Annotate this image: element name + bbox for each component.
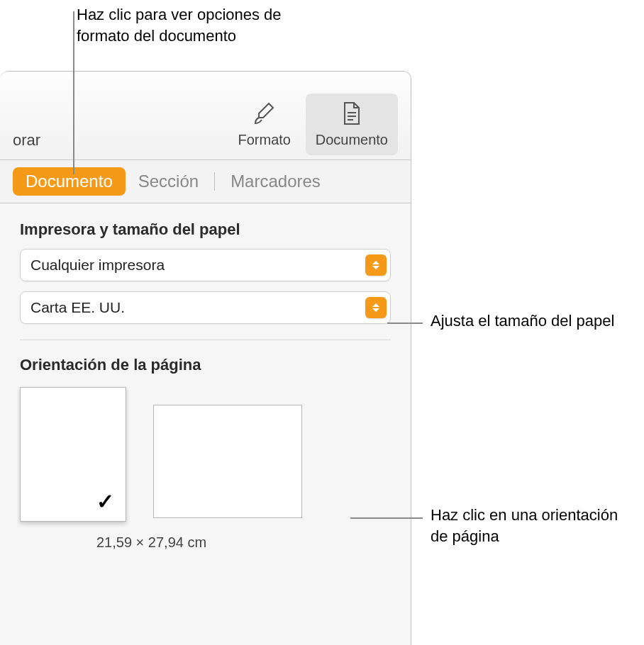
callout-line (73, 11, 74, 174)
callout-text: Haz clic para ver opciones de formato de… (77, 6, 282, 45)
callout-text: Ajusta el tamaño del papel (431, 312, 614, 330)
tab-document[interactable]: Documento (13, 167, 126, 196)
printer-value: Cualquier impresora (30, 257, 165, 274)
toolbar-left-fragment: orar (13, 89, 40, 150)
tab-markers[interactable]: Marcadores (218, 167, 333, 196)
page-dimensions: 21,59 × 27,94 cm (96, 534, 391, 551)
tab-section[interactable]: Sección (126, 167, 211, 196)
document-icon (338, 99, 366, 128)
callout-document-options: Haz clic para ver opciones de formato de… (77, 4, 311, 46)
callout-line (387, 322, 423, 324)
paper-value: Carta EE. UU. (30, 299, 125, 316)
document-label: Documento (316, 132, 388, 148)
callout-line (350, 517, 423, 519)
divider (20, 340, 391, 340)
brush-icon (250, 99, 279, 128)
format-button[interactable]: Formato (223, 94, 306, 155)
tab-divider (214, 172, 215, 191)
orientation-section-title: Orientación de la página (20, 356, 391, 374)
orientation-portrait[interactable]: ✓ (20, 387, 126, 522)
orientation-landscape[interactable] (153, 405, 302, 518)
content-area: Impresora y tamaño del papel Cualquier i… (0, 203, 411, 568)
toolbar: orar Formato (0, 72, 411, 159)
check-icon: ✓ (96, 489, 114, 514)
paper-size-select[interactable]: Carta EE. UU. (20, 291, 391, 324)
document-button[interactable]: Documento (306, 94, 398, 155)
updown-icon (365, 254, 387, 276)
callout-paper-size: Ajusta el tamaño del papel (431, 310, 615, 332)
printer-select[interactable]: Cualquier impresora (20, 249, 391, 281)
printer-section-title: Impresora y tamaño del papel (20, 220, 391, 239)
orientation-options: ✓ (20, 387, 391, 522)
format-label: Formato (238, 132, 290, 148)
inspector-panel: orar Formato (0, 71, 411, 645)
callout-orientation: Haz clic en una orientación de página (431, 505, 629, 546)
toolbar-right-group: Formato Documento (223, 84, 398, 155)
callout-text: Haz clic en una orientación de página (431, 506, 618, 545)
tab-bar: Documento Sección Marcadores (0, 160, 411, 203)
updown-icon (365, 297, 387, 318)
